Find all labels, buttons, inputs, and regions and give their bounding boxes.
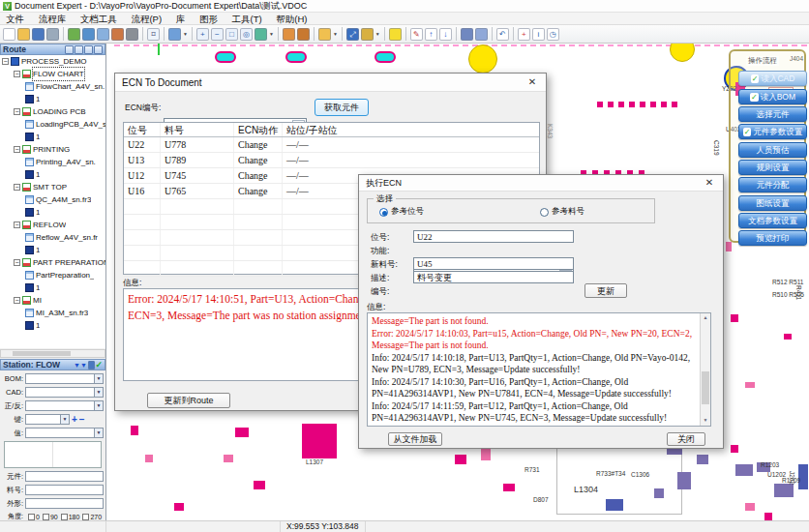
table-row[interactable]: U22U778Change—/— [124, 137, 539, 153]
route-pin-icon[interactable] [94, 45, 103, 54]
zoom-out-icon[interactable]: − [211, 28, 224, 41]
key-select[interactable]: ▼ [25, 414, 70, 425]
menu-graphics[interactable]: 图形 [194, 13, 224, 25]
tree-node-doc[interactable]: Reflow_A4V_sn.fr [0, 231, 105, 244]
fit-screen-icon[interactable]: ⤢ [346, 28, 359, 41]
flow-button-staff-estimate[interactable]: 人员预估 [738, 142, 807, 158]
export-icon[interactable] [82, 28, 95, 41]
open-folder-icon[interactable] [17, 28, 30, 41]
pos-input[interactable]: U22 [413, 230, 574, 243]
menu-tools[interactable]: 工具(T) [226, 13, 268, 25]
get-parts-button[interactable]: 获取元件 [315, 99, 369, 116]
layer-caret-icon[interactable]: ▼ [333, 31, 338, 37]
pn-input[interactable] [25, 485, 104, 495]
zoom-fit-icon[interactable]: ◎ [240, 28, 253, 41]
exec-dialog-titlebar[interactable]: 执行ECN ✕ [359, 175, 723, 192]
route-tool-icon[interactable] [65, 45, 74, 54]
tree-node-count[interactable]: 1 [0, 319, 105, 332]
save-station-icon[interactable] [88, 361, 96, 369]
tree-node-doc[interactable]: PartPreparation_ [0, 269, 105, 281]
new-doc-icon[interactable] [3, 28, 15, 41]
tree-node-count[interactable]: 1 [0, 168, 105, 181]
pencil-icon[interactable]: ✎ [410, 28, 423, 41]
tree-node-count[interactable]: 1 [0, 131, 105, 143]
collapse-icon[interactable]: − [14, 184, 20, 191]
tree-node-doc[interactable]: LoadingPCB_A4V_s [0, 118, 105, 131]
tree-node-doc[interactable]: MI_A3M_sn.fr3 [0, 307, 105, 319]
tree-node-doc[interactable]: Printing_A4V_sn. [0, 156, 105, 168]
close-icon[interactable]: ✕ [702, 175, 717, 191]
link-broken-icon[interactable] [475, 28, 488, 41]
value-select[interactable]: ▼ [25, 428, 104, 438]
shape-input[interactable] [25, 498, 104, 509]
angle-90-checkbox[interactable] [43, 514, 49, 520]
collapse-icon[interactable]: − [14, 222, 20, 228]
ref-designator-radio[interactable]: 参考位号 [379, 206, 424, 218]
info-icon[interactable]: i [532, 28, 545, 41]
remove-key-button[interactable]: − [79, 414, 85, 425]
tree-node-group[interactable]: −LOADING PCB [0, 105, 105, 118]
menu-help[interactable]: 帮助(H) [270, 13, 313, 25]
route-refresh-icon[interactable] [84, 45, 93, 54]
crosshair-icon[interactable]: + [518, 28, 530, 41]
tree-node-count[interactable]: 1 [0, 206, 105, 219]
history-clock-icon[interactable]: ◷ [547, 28, 559, 41]
layer-folder-icon[interactable] [318, 28, 331, 41]
tree-node-count[interactable]: 1 [0, 93, 105, 105]
angle-0-checkbox[interactable] [28, 514, 35, 520]
close-button[interactable]: 关闭 [667, 432, 705, 446]
tree-node-count[interactable]: 1 [0, 244, 105, 256]
flow-button-read-cad[interactable]: ✓读入CAD [738, 71, 807, 86]
move-down-icon[interactable]: ↓ [439, 28, 452, 41]
collapse-icon[interactable]: − [2, 58, 9, 65]
tree-node-group[interactable]: −SMT TOP [0, 181, 105, 193]
flow-button-part-assign[interactable]: 元件分配 [738, 177, 807, 192]
menu-process-lib[interactable]: 流程库 [33, 13, 73, 25]
side-select[interactable]: ▼ [25, 400, 104, 411]
highlight-bulb-icon[interactable] [389, 28, 402, 41]
pan-caret-icon[interactable]: ▼ [269, 31, 274, 37]
table-row[interactable]: U13U789Change—/— [124, 153, 539, 168]
cad-select[interactable]: ▼ [25, 387, 104, 398]
collapse-icon[interactable]: − [14, 259, 20, 266]
board-top-icon[interactable] [283, 28, 295, 41]
link-icon[interactable] [461, 28, 473, 41]
board-bottom-icon[interactable] [297, 28, 310, 41]
tree-node-doc[interactable]: QC_A4M_sn.fr3 [0, 193, 105, 206]
stamp-icon[interactable] [111, 28, 124, 41]
preview-icon[interactable]: ⌑ [147, 28, 160, 41]
flow-button-part-params[interactable]: ✓元件参数设置 [738, 124, 807, 139]
flow-button-sheet-settings[interactable]: 图纸设置 [738, 195, 807, 211]
move-up-icon[interactable]: ↑ [425, 28, 437, 41]
bom-select[interactable]: ▼ [25, 373, 104, 384]
apply-check-icon[interactable]: ✓ [95, 360, 103, 369]
import-icon[interactable] [68, 28, 80, 41]
flow-button-doc-params[interactable]: 文档参数设置 [738, 213, 807, 228]
save-all-icon[interactable] [46, 28, 59, 41]
collapse-icon[interactable]: − [14, 146, 20, 153]
zoom-in-icon[interactable]: + [196, 28, 209, 41]
route-settings-icon[interactable] [75, 45, 83, 54]
tree-node-group[interactable]: −FLOW CHART [0, 68, 105, 80]
flow-button-read-bom[interactable]: ✓读入BOM [738, 89, 807, 104]
expand-all-icon[interactable]: ▼▼ [74, 360, 87, 369]
menu-doc-tools[interactable]: 文档工具 [75, 13, 123, 25]
tree-node-root[interactable]: −PROCESS_DEMO [0, 55, 105, 68]
load-from-file-button[interactable]: 从文件加载 [388, 432, 442, 446]
save-icon[interactable] [32, 28, 45, 41]
menu-process[interactable]: 流程(P) [125, 13, 167, 25]
flow-button-select-parts[interactable]: 选择元件 [738, 106, 807, 122]
copy-doc-icon[interactable] [97, 28, 109, 41]
select-rect-caret-icon[interactable]: ▼ [375, 31, 380, 37]
add-key-button[interactable]: + [72, 414, 77, 425]
display-mode-icon[interactable] [168, 28, 181, 41]
tree-hscrollbar[interactable] [0, 349, 105, 358]
tree-node-group[interactable]: −PRINTING [0, 143, 105, 156]
flow-button-rule-settings[interactable]: 规则设置 [738, 160, 807, 175]
collapse-icon[interactable]: − [14, 108, 20, 115]
collapse-icon[interactable]: − [14, 297, 20, 304]
undo-icon[interactable]: ↶ [496, 28, 509, 41]
pan-icon[interactable] [255, 28, 267, 41]
display-mode-caret-icon[interactable]: ▼ [183, 31, 188, 37]
angle-270-checkbox[interactable] [82, 514, 89, 520]
